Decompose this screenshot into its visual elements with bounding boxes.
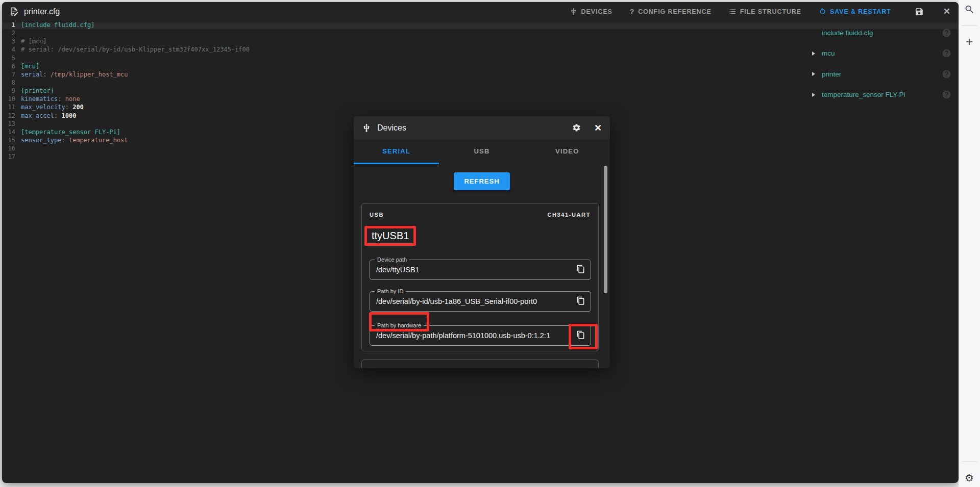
line-number: 17	[2, 152, 15, 161]
restart-icon	[819, 8, 826, 15]
help-circle-icon[interactable]	[942, 69, 951, 79]
code-text: # [mcu]	[21, 37, 47, 45]
line-number: 6	[2, 62, 15, 70]
structure-item-printer[interactable]: printer	[810, 64, 951, 85]
line-number: 3	[2, 37, 15, 45]
file-title: printer.cfg	[9, 7, 60, 16]
rail-divider-top	[962, 25, 977, 26]
devices-dialog: Devices ✕ SERIALUSBVIDEO REFRESH USB CH3…	[354, 116, 610, 368]
help-circle-icon[interactable]	[942, 28, 951, 38]
line-number: 15	[2, 136, 15, 144]
content-copy-icon[interactable]	[576, 296, 586, 306]
config-structure-panel: include fluidd.cfgmcuprintertemperature_…	[810, 22, 951, 105]
code-text: max_accel: 1000	[21, 112, 76, 120]
right-tool-rail: + ⚙	[959, 0, 980, 487]
code-text: serial: /tmp/klipper_host_mcu	[21, 70, 128, 79]
config-editor-overlay: printer.cfg DEVICES ? CONFIG REFERENCE F…	[2, 2, 959, 483]
structure-item-temperature_sensor[interactable]: temperature_sensor FLY-Pi	[810, 85, 951, 106]
file-structure-button[interactable]: FILE STRUCTURE	[729, 8, 801, 15]
line-number: 2	[2, 29, 15, 37]
settings-icon[interactable]: ⚙	[959, 473, 980, 483]
tab-usb[interactable]: USB	[439, 139, 524, 164]
line-number: 9	[2, 87, 15, 95]
help-icon: ?	[630, 8, 634, 16]
help-circle-icon[interactable]	[942, 90, 951, 99]
list-icon	[729, 8, 737, 15]
code-text: [include fluidd.cfg]	[21, 21, 95, 29]
line-number: 11	[2, 103, 15, 111]
config-reference-button[interactable]: ? CONFIG REFERENCE	[630, 8, 712, 16]
save-restart-button[interactable]: SAVE & RESTART	[819, 8, 891, 15]
structure-item-label: temperature_sensor FLY-Pi	[822, 91, 905, 98]
line-number: 4	[2, 45, 15, 54]
code-text: [mcu]	[21, 62, 39, 70]
next-device-card-partial	[361, 360, 599, 368]
usb-icon	[362, 123, 371, 133]
code-text: max_velocity: 200	[21, 103, 84, 111]
tab-video[interactable]: VIDEO	[525, 139, 610, 164]
file-document-edit-icon	[9, 7, 19, 16]
line-number: 14	[2, 128, 15, 136]
plus-icon[interactable]: +	[959, 36, 980, 48]
code-text: sensor_type: temperature_host	[21, 136, 128, 144]
structure-item-label: printer	[822, 70, 841, 78]
line-number: 1	[2, 21, 15, 29]
field-path-by-hardware[interactable]: Path by hardware/dev/serial/by-path/plat…	[370, 325, 591, 346]
line-number: 12	[2, 112, 15, 120]
close-icon[interactable]: ✕	[943, 7, 950, 16]
close-icon[interactable]: ✕	[594, 123, 602, 133]
code-text: [temperature_sensor FLY-Pi]	[21, 128, 120, 136]
chevron-right-icon	[812, 93, 815, 97]
chevron-right-icon	[812, 72, 815, 76]
field-value: /dev/serial/by-path/platform-5101000.usb…	[376, 326, 564, 345]
code-text: # serial: /dev/serial/by-id/usb-Klipper_…	[21, 45, 250, 54]
content-copy-icon[interactable]	[576, 265, 586, 274]
line-number: 7	[2, 70, 15, 79]
editor-topbar: printer.cfg DEVICES ? CONFIG REFERENCE F…	[2, 2, 959, 21]
device-chip-label: CH341-UART	[548, 212, 591, 218]
line-number: 16	[2, 144, 15, 152]
search-icon[interactable]	[959, 4, 980, 15]
device-name-annotation: ttyUSB1	[364, 226, 416, 246]
devices-tabs: SERIALUSBVIDEO	[354, 139, 610, 164]
chevron-right-icon	[812, 52, 815, 56]
help-circle-icon[interactable]	[942, 48, 951, 58]
structure-item-include[interactable]: include fluidd.cfg	[810, 22, 951, 43]
line-number: 10	[2, 95, 15, 103]
code-text: kinematics: none	[21, 95, 80, 103]
refresh-button[interactable]: REFRESH	[454, 172, 509, 190]
field-device-path[interactable]: Device path/dev/ttyUSB1	[370, 260, 591, 280]
line-number: 8	[2, 79, 15, 87]
field-path-by-id[interactable]: Path by ID/dev/serial/by-id/usb-1a86_USB…	[370, 291, 591, 312]
tab-serial[interactable]: SERIAL	[354, 139, 439, 164]
dialog-title: Devices	[377, 123, 406, 133]
field-value: /dev/serial/by-id/usb-1a86_USB_Serial-if…	[376, 292, 537, 311]
save-icon[interactable]	[915, 7, 924, 16]
structure-item-label: mcu	[822, 49, 835, 57]
topbar-actions: DEVICES ? CONFIG REFERENCE FILE STRUCTUR…	[570, 7, 950, 16]
device-bus-label: USB	[370, 212, 384, 218]
devices-button[interactable]: DEVICES	[570, 8, 612, 15]
usb-icon	[570, 8, 577, 15]
structure-item-mcu[interactable]: mcu	[810, 43, 951, 64]
code-text: [printer]	[21, 87, 54, 95]
modal-scrollbar[interactable]	[604, 166, 607, 293]
page-title: printer.cfg	[24, 7, 60, 16]
line-number: 13	[2, 120, 15, 128]
content-copy-icon[interactable]	[576, 330, 586, 340]
settings-icon[interactable]	[572, 123, 581, 132]
device-name: ttyUSB1	[372, 230, 409, 241]
field-value: /dev/ttyUSB1	[376, 260, 420, 279]
structure-item-label: include fluidd.cfg	[822, 29, 873, 37]
devices-dialog-header: Devices ✕	[354, 116, 610, 139]
line-number: 5	[2, 54, 15, 62]
device-card: USB CH341-UART ttyUSB1 Device path/dev/t…	[361, 203, 599, 351]
rail-divider-bottom	[962, 462, 977, 462]
